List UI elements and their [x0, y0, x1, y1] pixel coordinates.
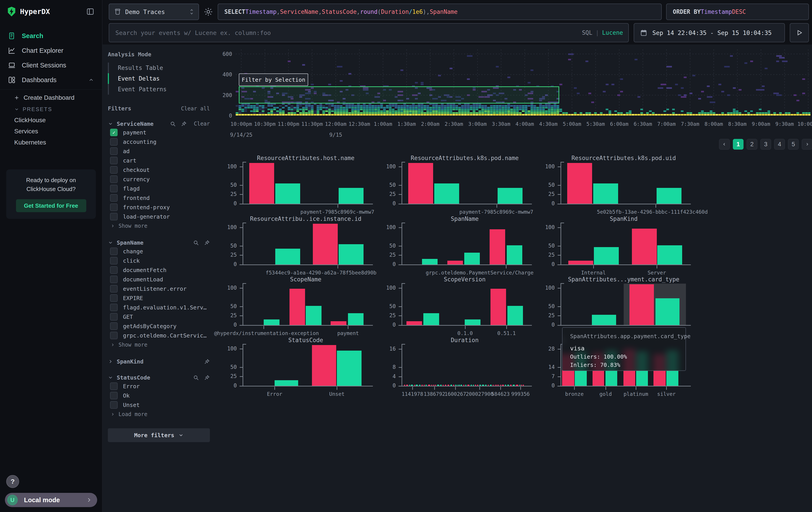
outlier-bar[interactable] — [406, 321, 422, 325]
duration-micro-bar[interactable] — [510, 385, 512, 386]
outlier-bar[interactable] — [491, 289, 506, 325]
duration-micro-bar[interactable] — [409, 385, 410, 386]
duration-micro-bar[interactable] — [422, 385, 423, 386]
y-axis — [242, 223, 243, 265]
inlier-bar[interactable] — [657, 188, 682, 204]
duration-micro-bar[interactable] — [500, 385, 501, 386]
pagination-page-4[interactable]: 4 — [774, 139, 785, 150]
duration-micro-bar[interactable] — [519, 385, 520, 386]
duration-micro-bar[interactable] — [433, 385, 434, 386]
inlier-bar[interactable] — [593, 183, 618, 204]
inlier-bar[interactable] — [339, 188, 364, 204]
inlier-bar[interactable] — [306, 306, 321, 325]
inlier-bar[interactable] — [423, 313, 439, 325]
outlier-bar[interactable] — [447, 261, 463, 265]
duration-micro-bar[interactable] — [406, 385, 408, 386]
outlier-bar[interactable] — [313, 224, 338, 265]
duration-micro-bar[interactable] — [496, 385, 497, 386]
inlier-bar[interactable] — [434, 183, 459, 204]
inlier-bar[interactable] — [339, 244, 364, 265]
duration-micro-bar[interactable] — [516, 385, 518, 386]
duration-micro-bar[interactable] — [458, 385, 459, 386]
inlier-bar[interactable] — [592, 315, 616, 325]
duration-micro-bar[interactable] — [461, 385, 462, 386]
inlier-bar[interactable] — [274, 380, 298, 386]
pagination-page-1[interactable]: 1 — [733, 139, 744, 150]
inlier-bar[interactable] — [656, 298, 679, 325]
filter-by-selection-button[interactable]: Filter by Selection — [239, 74, 308, 86]
pagination-prev-button[interactable] — [719, 139, 730, 150]
outlier-bar[interactable] — [567, 163, 592, 204]
outlier-bar[interactable] — [249, 163, 274, 204]
inlier-bar[interactable] — [275, 249, 300, 265]
pagination-next-button[interactable] — [802, 139, 812, 150]
duration-micro-bar[interactable] — [502, 385, 503, 386]
outlier-bar[interactable] — [312, 345, 336, 386]
inlier-bar[interactable] — [465, 319, 481, 325]
duration-micro-bar[interactable] — [513, 385, 515, 386]
pagination-page-2[interactable]: 2 — [747, 139, 757, 150]
inlier-bar[interactable] — [264, 319, 280, 325]
duration-micro-bar[interactable] — [463, 385, 464, 386]
inlier-bar[interactable] — [508, 306, 523, 325]
duration-micro-bar[interactable] — [505, 385, 506, 386]
duration-micro-bar[interactable] — [419, 385, 420, 386]
outlier-bar[interactable] — [490, 229, 505, 265]
duration-micro-bar[interactable] — [455, 385, 456, 386]
outlier-bar[interactable] — [568, 261, 593, 265]
outlier-bar[interactable] — [408, 163, 433, 204]
duration-micro-bar[interactable] — [451, 385, 452, 386]
inlier-bar[interactable] — [422, 259, 438, 265]
inlier-bar[interactable] — [348, 313, 364, 325]
duration-micro-bar[interactable] — [490, 385, 492, 386]
inlier-bar[interactable] — [275, 183, 300, 204]
duration-micro-bar[interactable] — [459, 385, 460, 386]
duration-micro-bar[interactable] — [424, 385, 425, 386]
duration-micro-bar[interactable] — [411, 385, 413, 386]
duration-micro-bar[interactable] — [440, 385, 441, 386]
duration-micro-bar[interactable] — [443, 385, 443, 386]
duration-micro-bar[interactable] — [480, 385, 481, 386]
duration-micro-bar[interactable] — [416, 385, 418, 386]
duration-micro-bar[interactable] — [404, 385, 405, 386]
duration-micro-bar[interactable] — [475, 385, 476, 386]
duration-micro-bar[interactable] — [467, 385, 469, 386]
heatmap-ytick-label: 600 — [212, 51, 232, 58]
duration-micro-bar[interactable] — [437, 385, 439, 386]
inlier-bar[interactable] — [657, 245, 682, 265]
duration-micro-bar[interactable] — [495, 385, 496, 386]
duration-micro-bar[interactable] — [428, 385, 430, 386]
duration-micro-bar[interactable] — [488, 385, 489, 386]
duration-micro-bar[interactable] — [523, 385, 524, 386]
inlier-bar[interactable] — [498, 188, 523, 204]
duration-micro-bar[interactable] — [473, 385, 474, 386]
outlier-bar[interactable] — [330, 321, 346, 325]
inlier-bar[interactable] — [337, 351, 361, 386]
duration-micro-bar[interactable] — [435, 385, 436, 386]
inlier-bar[interactable] — [464, 253, 480, 265]
heatmap-selection[interactable] — [239, 86, 559, 103]
duration-micro-bar[interactable] — [445, 385, 446, 386]
duration-micro-bar[interactable] — [465, 385, 466, 386]
outlier-bar[interactable] — [289, 289, 305, 325]
pagination-page-5[interactable]: 5 — [788, 139, 799, 150]
duration-micro-bar[interactable] — [431, 385, 432, 386]
outlier-bar[interactable] — [632, 228, 657, 265]
duration-micro-bar[interactable] — [482, 385, 484, 386]
duration-micro-bar[interactable] — [477, 385, 478, 386]
duration-micro-bar[interactable] — [471, 385, 472, 386]
duration-micro-bar[interactable] — [498, 385, 499, 386]
duration-micro-bar[interactable] — [508, 385, 509, 386]
duration-micro-bar[interactable] — [426, 385, 427, 386]
duration-micro-bar[interactable] — [414, 385, 415, 386]
duration-micro-bar[interactable] — [521, 385, 522, 386]
outlier-bar[interactable] — [630, 284, 654, 325]
duration-micro-bar[interactable] — [485, 385, 487, 386]
pagination-page-3[interactable]: 3 — [760, 139, 771, 150]
duration-micro-bar[interactable] — [453, 385, 454, 386]
inlier-bar[interactable] — [594, 247, 619, 265]
duration-micro-bar[interactable] — [493, 385, 494, 386]
inlier-bar[interactable] — [507, 245, 522, 265]
duration-micro-bar[interactable] — [447, 385, 450, 386]
event-heatmap-canvas[interactable] — [236, 49, 810, 116]
